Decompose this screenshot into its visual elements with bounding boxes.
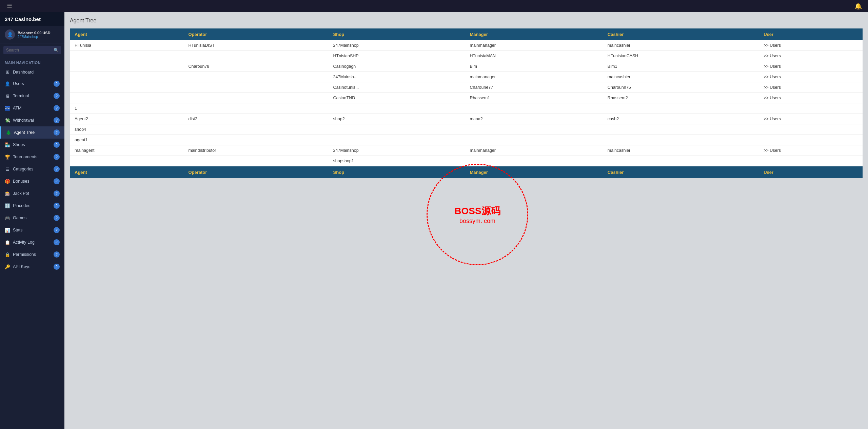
sidebar-item-shops[interactable]: 🏪 Shops ? — [0, 139, 64, 151]
cell-agent-8: shop4 — [70, 124, 183, 135]
sidebar-label-shops: Shops — [13, 142, 54, 147]
cell-user-4[interactable]: >> Users — [759, 82, 863, 93]
sidebar-item-withdrawal[interactable]: 💸 Withdrawal ? — [0, 114, 64, 126]
sidebar-item-atm[interactable]: 🏧 ATM ? — [0, 102, 64, 114]
sidebar-nav: ⊞ Dashboard 👤 Users ? 🖥 Terminal ? 🏧 ATM… — [0, 66, 64, 273]
sidebar-label-jackpot: Jack Pot — [13, 191, 54, 196]
cell-user-0[interactable]: >> Users — [759, 40, 863, 51]
sidebar-badge-users: ? — [54, 81, 60, 87]
cell-user-5[interactable]: >> Users — [759, 93, 863, 103]
agent-tree-icon: 🌲 — [6, 130, 11, 135]
col-manager: Manager — [465, 28, 603, 40]
search-input[interactable] — [3, 46, 61, 54]
avatar: 👤 — [5, 29, 15, 40]
games-icon: 🎮 — [5, 216, 10, 221]
cell-cashier-3: maincashier — [603, 72, 759, 82]
cell-operator-10: maindistributor — [183, 145, 328, 156]
cell-manager-8 — [465, 124, 603, 135]
sidebar-badge-atm: ? — [54, 105, 60, 111]
table-row: Charoun78CasinogagnBimBim1>> Users — [70, 61, 863, 72]
cell-agent-10: mainagent — [70, 145, 183, 156]
cell-cashier-8 — [603, 124, 759, 135]
cell-user-1[interactable]: >> Users — [759, 51, 863, 61]
cell-operator-8 — [183, 124, 328, 135]
sidebar-badge-permissions: ? — [54, 251, 60, 258]
cell-cashier-9 — [603, 135, 759, 145]
cell-manager-3: mainmanager — [465, 72, 603, 82]
cell-user-2[interactable]: >> Users — [759, 61, 863, 72]
cell-manager-1: HTunisiaMAN — [465, 51, 603, 61]
table-row: shopshop1 — [70, 156, 863, 166]
cell-manager-7: mana2 — [465, 114, 603, 124]
sidebar-badge-api-keys: ? — [54, 264, 60, 270]
sidebar-label-dashboard: Dashboard — [13, 70, 60, 75]
table-row: shop4 — [70, 124, 863, 135]
sidebar-badge-agent-tree: ? — [54, 129, 60, 136]
cell-agent-2 — [70, 61, 183, 72]
sidebar-badge-terminal: ? — [54, 93, 60, 99]
table-header-row: Agent Operator Shop Manager Cashier User — [70, 28, 863, 40]
sidebar-label-stats: Stats — [13, 228, 54, 232]
sidebar-item-agent-tree[interactable]: 🌲 Agent Tree ? — [0, 126, 64, 139]
cell-shop-6 — [329, 103, 465, 114]
sidebar-label-activity-log: Activity Log — [13, 240, 54, 245]
cell-agent-9: agent1 — [70, 135, 183, 145]
sidebar-item-jackpot[interactable]: 🎰 Jack Pot ? — [0, 187, 64, 200]
tournaments-icon: 🏆 — [5, 155, 10, 160]
bonuses-icon: 🎁 — [5, 179, 10, 184]
cell-shop-1: HTnisianSHP — [329, 51, 465, 61]
sidebar-label-api-keys: API Keys — [13, 264, 54, 269]
sidebar-item-dashboard[interactable]: ⊞ Dashboard — [0, 66, 64, 78]
shops-icon: 🏪 — [5, 142, 10, 147]
sidebar-item-permissions[interactable]: 🔒 Permissions ? — [0, 248, 64, 261]
sidebar-item-stats[interactable]: 📊 Stats < — [0, 224, 64, 236]
cell-shop-3: 247Mainsh... — [329, 72, 465, 82]
hamburger-icon[interactable]: ☰ — [3, 2, 16, 10]
nav-header: MAIN NAVIGATION — [0, 57, 64, 66]
cell-manager-4: Charoune77 — [465, 82, 603, 93]
cell-agent-4 — [70, 82, 183, 93]
footer-cashier: Cashier — [603, 166, 759, 179]
sidebar-item-bonuses[interactable]: 🎁 Bonuses < — [0, 175, 64, 187]
cell-user-10[interactable]: >> Users — [759, 145, 863, 156]
user-username: 247Mainshop — [18, 35, 51, 39]
cell-user-3[interactable]: >> Users — [759, 72, 863, 82]
search-icon: 🔍 — [54, 48, 59, 53]
sidebar-item-categories[interactable]: ☰ Categories ? — [0, 163, 64, 175]
col-cashier: Cashier — [603, 28, 759, 40]
dashboard-icon: ⊞ — [5, 69, 10, 75]
footer-agent: Agent — [70, 166, 183, 179]
sidebar-item-activity-log[interactable]: 📋 Activity Log < — [0, 236, 64, 248]
table-row: Agent2dist2shop2mana2cash2>> Users — [70, 114, 863, 124]
cell-agent-5 — [70, 93, 183, 103]
sidebar-item-terminal[interactable]: 🖥 Terminal ? — [0, 90, 64, 102]
table-row: CasinoTNDRhassem1Rhassem2>> Users — [70, 93, 863, 103]
cell-user-7[interactable]: >> Users — [759, 114, 863, 124]
withdrawal-icon: 💸 — [5, 118, 10, 123]
footer-manager: Manager — [465, 166, 603, 179]
cell-cashier-4: Charounn75 — [603, 82, 759, 93]
notification-icon[interactable]: 🔔 — [852, 2, 865, 10]
cell-agent-1 — [70, 51, 183, 61]
sidebar-label-games: Games — [13, 216, 54, 220]
user-details: Balance: 0.00 USD 247Mainshop — [18, 31, 51, 39]
terminal-icon: 🖥 — [5, 94, 10, 99]
col-user: User — [759, 28, 863, 40]
sidebar-item-games[interactable]: 🎮 Games ? — [0, 212, 64, 224]
cell-agent-7: Agent2 — [70, 114, 183, 124]
users-icon: 👤 — [5, 81, 10, 86]
cell-operator-0: HTunisiaDIST — [183, 40, 328, 51]
cell-cashier-11 — [603, 156, 759, 166]
sidebar-item-api-keys[interactable]: 🔑 API Keys ? — [0, 261, 64, 273]
cell-user-11 — [759, 156, 863, 166]
cell-shop-9 — [329, 135, 465, 145]
sidebar-badge-jackpot: ? — [54, 190, 60, 197]
sidebar-item-pincodes[interactable]: 🔢 Pincodes ? — [0, 200, 64, 212]
cell-operator-7: dist2 — [183, 114, 328, 124]
cell-cashier-5: Rhassem2 — [603, 93, 759, 103]
sidebar-item-tournaments[interactable]: 🏆 Tournaments ? — [0, 151, 64, 163]
sidebar-item-users[interactable]: 👤 Users ? — [0, 78, 64, 90]
sidebar-label-terminal: Terminal — [13, 94, 54, 98]
sidebar-label-permissions: Permissions — [13, 252, 54, 257]
sidebar-label-categories: Categories — [13, 167, 54, 171]
